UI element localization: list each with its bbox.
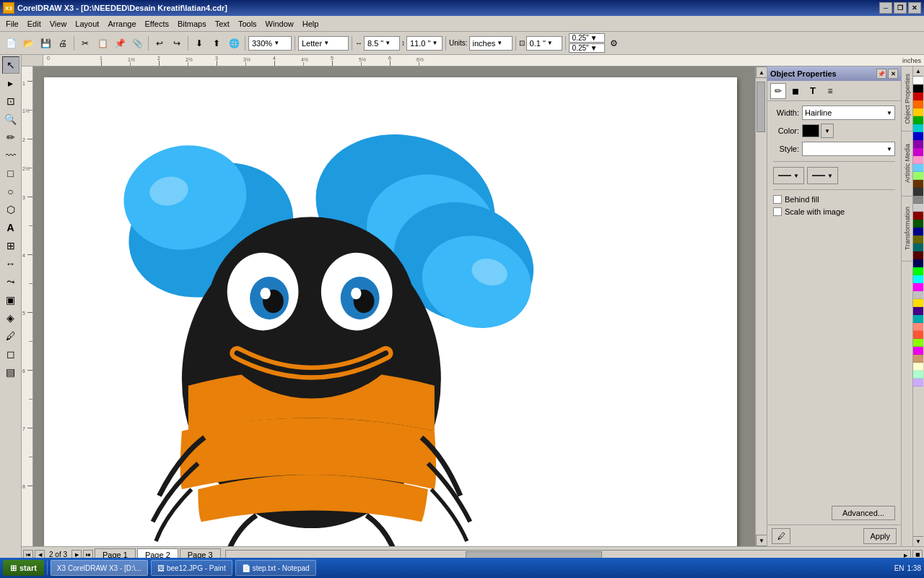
color-indigo[interactable] [913, 307, 923, 315]
units-dropdown[interactable]: inches ▼ [469, 36, 513, 51]
rect-tool[interactable]: □ [2, 165, 19, 182]
color-maroon[interactable] [913, 251, 923, 259]
color-light-green[interactable] [913, 172, 923, 180]
fill-properties-icon[interactable]: ◼ [788, 83, 803, 99]
shape-tool[interactable]: ▸ [2, 74, 19, 92]
publish-button[interactable]: 🌐 [226, 35, 242, 51]
menu-bitmaps[interactable]: Bitmaps [173, 18, 211, 30]
color-silver[interactable] [913, 291, 923, 299]
notepad-taskbar-item[interactable]: 📄 step.txt - Notepad [235, 560, 316, 576]
artistic-media-side-tab[interactable]: Artistic Media [902, 131, 912, 197]
ellipse-tool[interactable]: ○ [2, 183, 19, 200]
color-mint[interactable] [913, 371, 923, 379]
start-button[interactable]: ⊞ start [3, 560, 44, 576]
apply-button[interactable]: Apply [863, 528, 897, 544]
import-button[interactable]: ⬇ [191, 35, 207, 51]
color-light-blue[interactable] [913, 164, 923, 172]
save-button[interactable]: 💾 [38, 35, 53, 51]
paste-button[interactable]: 📌 [112, 35, 128, 51]
palette-scroll-up[interactable]: ▲ [913, 66, 923, 77]
menu-text[interactable]: Text [211, 18, 234, 30]
connector-tool[interactable]: ⤳ [2, 273, 19, 290]
color-dark-green[interactable] [913, 220, 923, 228]
color-cream[interactable] [913, 363, 923, 371]
color-salmon[interactable] [913, 323, 923, 331]
offset1-dropdown[interactable]: 0.25" ▼ [569, 33, 605, 43]
color-green[interactable] [913, 116, 923, 124]
width-dropdown[interactable]: 8.5 " ▼ [364, 36, 400, 51]
scroll-track[interactable] [756, 78, 767, 535]
freehand-tool[interactable]: ✏ [2, 129, 19, 146]
color-purple[interactable] [913, 140, 923, 148]
color-magenta[interactable] [913, 148, 923, 156]
color-pink[interactable] [913, 156, 923, 164]
pick-tool[interactable]: ↖ [2, 56, 19, 74]
redo-button[interactable]: ↪ [169, 35, 185, 51]
outline-properties-icon[interactable]: ✏ [770, 83, 786, 99]
close-button[interactable]: ✕ [908, 2, 921, 14]
advanced-button[interactable]: Advanced... [832, 506, 895, 520]
color-red[interactable] [913, 92, 923, 100]
undo-button[interactable]: ↩ [152, 35, 167, 51]
summary-properties-icon[interactable]: ≡ [822, 83, 838, 99]
polygon-tool[interactable]: ⬡ [2, 201, 19, 218]
color-cyan[interactable] [913, 124, 923, 132]
panel-close-button[interactable]: ✕ [888, 69, 898, 79]
color-dark-red[interactable] [913, 212, 923, 220]
coreldraw-taskbar-item[interactable]: X3 CorelDRAW X3 - [D:\... [51, 560, 148, 576]
open-button[interactable]: 📂 [20, 35, 36, 51]
table-tool[interactable]: ⊞ [2, 237, 19, 254]
color-tan[interactable] [913, 355, 923, 363]
color-swatch[interactable] [802, 124, 819, 137]
minimize-button[interactable]: ─ [879, 2, 892, 14]
color-navy[interactable] [913, 259, 923, 267]
dimension-tool[interactable]: ↔ [2, 255, 19, 272]
cut-button[interactable]: ✂ [77, 35, 93, 51]
line-end-style[interactable]: ▼ [807, 167, 838, 184]
scale-with-image-checkbox[interactable] [773, 207, 782, 216]
color-brown[interactable] [913, 180, 923, 188]
outline-pen-tool[interactable]: ◻ [2, 345, 19, 363]
menu-window[interactable]: Window [261, 18, 298, 30]
width-dropdown[interactable]: Hairline ▼ [802, 105, 895, 120]
color-white[interactable] [913, 77, 923, 85]
color-light-gray[interactable] [913, 204, 923, 212]
color-yellow[interactable] [913, 108, 923, 116]
eyedropper-tool[interactable]: 🖊 [2, 327, 19, 345]
export-button[interactable]: ⬆ [209, 35, 225, 51]
color-gray[interactable] [913, 196, 923, 204]
color-lime[interactable] [913, 267, 923, 275]
offset2-dropdown[interactable]: 0.25" ▼ [569, 43, 605, 53]
menu-effects[interactable]: Effects [141, 18, 173, 30]
lang-indicator[interactable]: EN [894, 564, 905, 572]
panel-pin-button[interactable]: 📌 [876, 69, 886, 79]
color-lavender[interactable] [913, 379, 923, 387]
color-chartreuse[interactable] [913, 339, 923, 347]
line-start-style[interactable]: ▼ [773, 167, 804, 184]
scroll-down-button[interactable]: ▼ [756, 535, 767, 546]
text-tool[interactable]: A [2, 219, 19, 236]
color-dark-gray[interactable] [913, 188, 923, 196]
color-teal[interactable] [913, 243, 923, 251]
color-orange[interactable] [913, 100, 923, 108]
smart-draw-tool[interactable]: 〰 [2, 147, 19, 164]
new-button[interactable]: 📄 [3, 35, 19, 51]
zoom-tool[interactable]: 🔍 [2, 111, 19, 128]
color-violet[interactable] [913, 347, 923, 355]
color-coral[interactable] [913, 331, 923, 339]
menu-file[interactable]: File [1, 18, 23, 30]
canvas[interactable] [33, 66, 755, 546]
color-dark-blue[interactable] [913, 228, 923, 236]
character-properties-icon[interactable]: T [805, 83, 821, 99]
print-button[interactable]: 🖨 [55, 35, 71, 51]
options-button[interactable]: ⚙ [606, 35, 622, 51]
transformation-side-tab[interactable]: Transformation [902, 197, 912, 262]
paste-special-button[interactable]: 📎 [129, 35, 145, 51]
menu-layout[interactable]: Layout [71, 18, 103, 30]
interactive-tool[interactable]: ◈ [2, 309, 19, 327]
paint-taskbar-item[interactable]: 🖼 bee12.JPG - Paint [151, 560, 232, 576]
fill-bucket-tool[interactable]: ▤ [2, 363, 19, 381]
color-picker-arrow[interactable]: ▼ [821, 124, 834, 138]
color-turquoise[interactable] [913, 315, 923, 323]
color-gold[interactable] [913, 299, 923, 307]
